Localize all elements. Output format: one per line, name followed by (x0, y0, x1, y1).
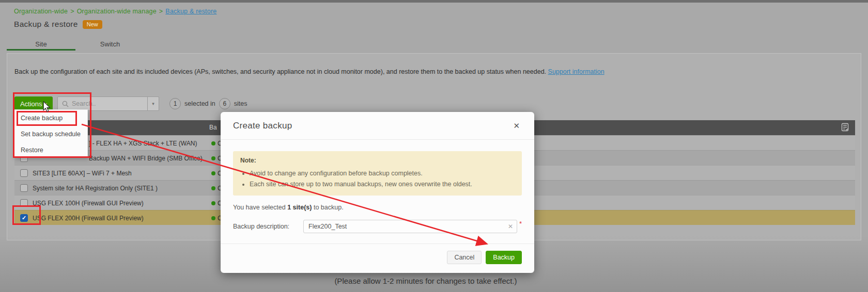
actions-button[interactable]: Actions ▾ (14, 96, 53, 111)
breadcrumb-org-wide[interactable]: Organization-wide (14, 8, 68, 15)
site-name: USG FLEX 100H (Firewall GUI Preview) (33, 200, 144, 207)
sites-text: sites (234, 100, 247, 107)
backup-button[interactable]: Backup (486, 251, 522, 264)
backup-description-label: Backup description: (233, 223, 303, 230)
breadcrumb: Organization-wide>Organization-wide mana… (14, 8, 216, 15)
breadcrumb-separator: > (159, 8, 163, 15)
total-count-badge: 6 (219, 98, 230, 109)
actions-caret-icon: ▾ (45, 102, 48, 107)
backup-restore-page: Organization-wide>Organization-wide mana… (0, 0, 868, 292)
selected-suffix: to backup. (314, 204, 344, 211)
search-input[interactable] (69, 100, 147, 107)
selection-summary: 1 selected in 6 sites (169, 98, 247, 109)
search-icon (62, 101, 69, 107)
backup-column-header: Ba (209, 124, 217, 131)
search-box[interactable]: ▾ (57, 96, 159, 111)
status-ok-dot (211, 201, 215, 205)
note-title: Note: (240, 157, 515, 164)
selected-count-bold: 1 site(s) (287, 204, 312, 211)
selected-in-text: selected in (184, 100, 215, 107)
required-asterisk: * (519, 220, 522, 228)
tab-switch[interactable]: Switch (75, 38, 145, 50)
note-bullet: Avoid to change any configuration before… (250, 168, 515, 179)
search-dropdown-caret[interactable]: ▾ (147, 97, 159, 110)
menu-item-set-backup-schedule[interactable]: Set backup schedule (14, 126, 87, 142)
page-title: Backup & restore (14, 20, 78, 29)
effect-delay-note: (Please allow 1-2 minutes for changes to… (281, 277, 570, 285)
active-tab-underline (7, 49, 75, 51)
support-information-link[interactable]: Support information (548, 68, 605, 75)
top-window-edge (0, 0, 868, 3)
row-checkbox[interactable] (20, 199, 28, 207)
row-checkbox-checked[interactable]: ✓ (20, 214, 28, 222)
breadcrumb-current-backup-restore[interactable]: Backup & restore (165, 8, 216, 15)
menu-item-restore[interactable]: Restore (14, 142, 87, 158)
status-ok-dot (211, 141, 215, 145)
tab-site[interactable]: Site (7, 38, 75, 50)
row-checkbox[interactable] (20, 169, 28, 177)
site-name: Backup WAN + WIFI Bridge (SMB Office) (89, 155, 203, 162)
menu-item-create-backup[interactable]: Create backup (14, 110, 87, 126)
site-name: SITE3 [LITE 60AX] – WiFi 7 + Mesh (33, 170, 132, 177)
selected-prefix: You have selected (233, 204, 286, 211)
new-badge: New (83, 20, 102, 29)
modal-title: Create backup (233, 121, 292, 131)
create-backup-modal: Create backup ✕ Note: Avoid to change an… (221, 112, 534, 273)
row-checkbox[interactable] (20, 184, 28, 192)
breadcrumb-separator: > (70, 8, 74, 15)
status-ok-dot (211, 171, 215, 175)
note-bullet: Each site can store up to two manual bac… (250, 179, 515, 190)
breadcrumb-org-manage[interactable]: Organization-wide manage (77, 8, 157, 15)
site-name: System site for HA Registration Only (SI… (33, 185, 158, 192)
cancel-button[interactable]: Cancel (447, 251, 482, 264)
selected-count-badge: 1 (169, 98, 181, 109)
selection-confirmation-text: You have selected 1 site(s) to backup. (233, 204, 522, 211)
status-ok-dot (211, 216, 215, 220)
column-settings-icon[interactable] (841, 123, 850, 132)
actions-dropdown-menu: Create backup Set backup schedule Restor… (14, 109, 88, 157)
actions-button-label: Actions (20, 100, 42, 108)
site-name: USG FLEX 200H (Firewall GUI Preview) (33, 215, 144, 222)
backup-description-input[interactable] (303, 220, 517, 233)
note-box: Note: Avoid to change any configuration … (233, 151, 522, 196)
site-name: ] - FLEX HA + XGS Stack + LTE (WAN) (89, 140, 197, 147)
status-ok-dot (211, 156, 215, 160)
modal-close-icon[interactable]: ✕ (511, 119, 522, 133)
clear-input-icon[interactable]: ✕ (508, 223, 513, 230)
page-description: Back up the configuration of each site a… (14, 68, 820, 75)
status-ok-dot (211, 186, 215, 190)
description-text: Back up the configuration of each site a… (14, 68, 546, 75)
